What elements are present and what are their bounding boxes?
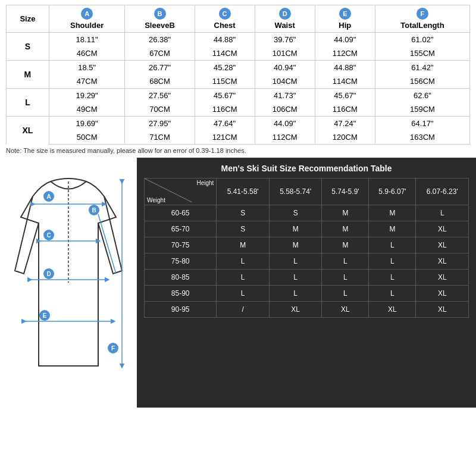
size-rec-cell-3: L [369, 237, 416, 253]
size-rec-cell-1: L [269, 270, 322, 286]
size-rec-cell-4: XL [416, 221, 469, 237]
table-row: 85-90 LLLLXL [145, 286, 469, 302]
size-rec-cell-1: L [269, 286, 322, 302]
metric-cell-0: 46CM [49, 46, 125, 61]
table-row: 90-95 /XLXLXLXL [145, 302, 469, 318]
imperial-cell-0: 19.69" [49, 117, 125, 131]
table-row: 49CM70CM116CM106CM116CM159CM [7, 102, 470, 117]
imperial-cell-5: 61.42" [375, 61, 469, 75]
metric-cell-3: 101CM [255, 46, 315, 61]
table-row: M 18.5"26.77"45.28"40.94"44.88"61.42" [7, 61, 470, 75]
col-header-B: B SleeveB [125, 5, 195, 33]
svg-text:E: E [43, 312, 47, 319]
metric-cell-2: 115CM [195, 74, 255, 89]
height-range-1: 5.41-5.58' [217, 178, 270, 205]
weight-cell: 85-90 [145, 286, 217, 302]
metric-cell-1: 68CM [125, 74, 195, 89]
weight-label: Weight [147, 197, 165, 203]
size-rec-cell-1: XL [269, 302, 322, 318]
imperial-cell-3: 44.09" [255, 117, 315, 131]
size-rec-cell-1: M [269, 221, 322, 237]
size-rec-cell-2: M [322, 205, 369, 221]
top-section: Size A Shoulder B SleeveB C [0, 0, 476, 158]
table-row: S 18.11"26.38"44.88"39.76"44.09"61.02" [7, 33, 470, 47]
garment-diagram: A B C D E F [6, 164, 131, 402]
table-row: XL 19.69"27.95"47.64"44.09"47.24"64.17" [7, 117, 470, 131]
imperial-cell-2: 45.67" [195, 89, 255, 103]
imperial-cell-5: 62.6" [375, 89, 469, 103]
metric-cell-1: 67CM [125, 46, 195, 61]
table-row: 46CM67CM114CM101CM112CM155CM [7, 46, 470, 61]
svg-text:B: B [92, 207, 96, 214]
size-col-header: Size [7, 5, 49, 33]
imperial-cell-3: 39.76" [255, 33, 315, 47]
metric-cell-4: 116CM [315, 102, 375, 117]
size-rec-cell-2: M [322, 221, 369, 237]
size-rec-cell-0: S [217, 221, 270, 237]
size-rec-cell-2: L [322, 253, 369, 270]
size-rec-cell-4: XL [416, 302, 469, 318]
size-rec-cell-3: M [369, 205, 416, 221]
imperial-cell-0: 19.29" [49, 89, 125, 103]
size-rec-cell-2: L [322, 270, 369, 286]
metric-cell-4: 120CM [315, 130, 375, 145]
size-rec-cell-1: L [269, 253, 322, 270]
imperial-cell-0: 18.5" [49, 61, 125, 75]
imperial-cell-3: 41.73" [255, 89, 315, 103]
table-row: 75-80 LLLLXL [145, 253, 469, 270]
metric-cell-4: 112CM [315, 46, 375, 61]
table-row: 70-75 MMMLXL [145, 237, 469, 253]
col-header-A: A Shoulder [49, 5, 125, 33]
imperial-cell-2: 47.64" [195, 117, 255, 131]
imperial-cell-4: 44.09" [315, 33, 375, 47]
diagram-area: A B C D E F [0, 158, 137, 408]
size-rec-cell-4: XL [416, 237, 469, 253]
size-rec-cell-0: L [217, 286, 270, 302]
metric-cell-0: 49CM [49, 102, 125, 117]
col-header-F: F TotalLength [375, 5, 469, 33]
imperial-cell-2: 45.28" [195, 61, 255, 75]
rec-table: Height Weight 5.41-5.58' 5.58-5.74' 5.74… [144, 178, 469, 318]
metric-cell-5: 156CM [375, 74, 469, 89]
size-rec-cell-4: L [416, 205, 469, 221]
metric-cell-5: 155CM [375, 46, 469, 61]
weight-cell: 75-80 [145, 253, 217, 270]
size-cell: XL [7, 117, 49, 145]
rec-table-title: Men's Ski Suit Size Recommendation Table [144, 164, 469, 173]
imperial-cell-1: 26.77" [125, 61, 195, 75]
col-header-E: E Hip [315, 5, 375, 33]
svg-text:F: F [111, 345, 115, 352]
size-rec-cell-0: M [217, 237, 270, 253]
imperial-cell-2: 44.88" [195, 33, 255, 47]
imperial-cell-1: 27.95" [125, 117, 195, 131]
size-rec-cell-4: XL [416, 270, 469, 286]
metric-cell-5: 163CM [375, 130, 469, 145]
svg-text:C: C [46, 232, 51, 239]
imperial-cell-4: 45.67" [315, 89, 375, 103]
height-label: Height [196, 180, 214, 186]
weight-cell: 80-85 [145, 270, 217, 286]
size-rec-cell-3: XL [369, 302, 416, 318]
metric-cell-0: 50CM [49, 130, 125, 145]
weight-cell: 70-75 [145, 237, 217, 253]
corner-header: Height Weight [145, 178, 217, 205]
size-rec-cell-0: L [217, 270, 270, 286]
size-rec-cell-0: / [217, 302, 270, 318]
imperial-cell-3: 40.94" [255, 61, 315, 75]
size-rec-cell-4: XL [416, 286, 469, 302]
table-row: L 19.29"27.56"45.67"41.73"45.67"62.6" [7, 89, 470, 103]
size-cell: M [7, 61, 49, 89]
svg-text:A: A [46, 193, 51, 200]
size-cell: L [7, 89, 49, 117]
size-note: Note: The size is measured manually, ple… [6, 145, 470, 155]
size-rec-cell-3: M [369, 221, 416, 237]
size-rec-cell-1: S [269, 205, 322, 221]
metric-cell-2: 116CM [195, 102, 255, 117]
size-cell: S [7, 33, 49, 61]
imperial-cell-1: 27.56" [125, 89, 195, 103]
imperial-cell-5: 61.02" [375, 33, 469, 47]
col-header-D: D Waist [255, 5, 315, 33]
metric-cell-1: 71CM [125, 130, 195, 145]
svg-line-6 [98, 214, 116, 274]
metric-cell-4: 114CM [315, 74, 375, 89]
